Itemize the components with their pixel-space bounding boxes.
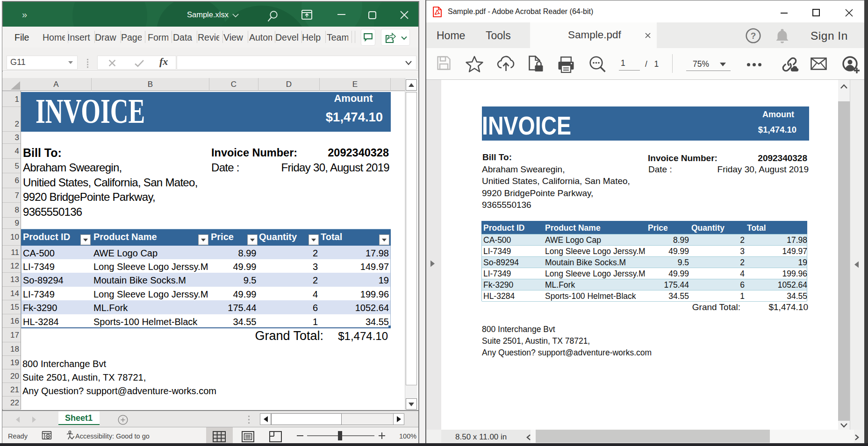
svg-text:?: ? [751,31,756,41]
